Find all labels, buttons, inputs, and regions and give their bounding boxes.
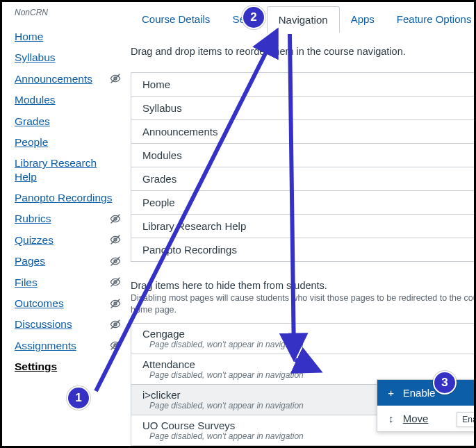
hidden-icon [110, 234, 121, 245]
nav-item-label: Modules [142, 149, 182, 161]
hidden-icon [110, 298, 121, 309]
tab-feature-options[interactable]: Feature Options [386, 6, 476, 33]
enable-option[interactable]: + Enable [377, 380, 476, 406]
enable-label: Enable [403, 387, 436, 399]
sidebar-link-label[interactable]: Syllabus [15, 51, 56, 64]
sidebar-link-label[interactable]: Assignments [15, 339, 76, 352]
sidebar-item-announcements[interactable]: Announcements [15, 69, 121, 90]
hidden-item-sub: Page disabled, won't appear in navigatio… [142, 431, 304, 441]
hide-instruction: Drag items here to hide them from studen… [131, 280, 476, 291]
course-sidebar: NonCRN HomeSyllabusAnnouncementsModulesG… [2, 2, 131, 446]
sidebar-item-outcomes[interactable]: Outcomes [15, 294, 121, 315]
move-icon: ↕ [386, 413, 396, 424]
sidebar-link-label[interactable]: Modules [15, 93, 56, 106]
enabled-navigation-list: HomeSyllabus⋮Announcements⋮Modules⋮Grade… [131, 72, 476, 262]
callout-3: 3 [433, 371, 457, 395]
course-label: NonCRN [15, 8, 121, 17]
nav-item[interactable]: People⋮ [131, 191, 476, 215]
hidden-nav-item[interactable]: CengagePage disabled, won't appear in na… [131, 324, 476, 354]
nav-item-label: Home [142, 78, 170, 90]
sidebar-link-label[interactable]: Outcomes [15, 297, 64, 310]
hidden-icon [110, 319, 121, 330]
sidebar-item-assignments[interactable]: Assignments [15, 336, 121, 357]
sidebar-item-rubrics[interactable]: Rubrics [15, 209, 121, 230]
hidden-icon [110, 276, 121, 288]
nav-item-label: Syllabus [142, 102, 182, 114]
sidebar-link-label[interactable]: Rubrics [15, 212, 51, 225]
nav-item[interactable]: Library Research Help⋮ [131, 215, 476, 238]
hidden-item-sub: Page disabled, won't appear in navigatio… [142, 401, 304, 410]
sidebar-item-files[interactable]: Files [15, 273, 121, 294]
plus-icon: + [386, 387, 396, 399]
sidebar-item-pages[interactable]: Pages [15, 251, 121, 272]
nav-item[interactable]: Grades⋮ [131, 167, 476, 191]
nav-item[interactable]: Home [131, 73, 476, 97]
sidebar-link-label[interactable]: Files [15, 276, 38, 289]
hidden-item-sub: Page disabled, won't appear in navigatio… [142, 370, 304, 380]
sidebar-item-discussions[interactable]: Discussions [15, 315, 121, 335]
hidden-item-label: i>clicker [142, 389, 304, 401]
tab-navigation[interactable]: Navigation [267, 6, 340, 33]
callout-2: 2 [242, 6, 265, 29]
sidebar-item-settings[interactable]: Settings [15, 357, 121, 378]
hidden-icon [110, 256, 121, 267]
nav-item-label: Panopto Recordings [142, 244, 237, 256]
settings-tabs: Course DetailsSectiNavigationAppsFeature… [131, 6, 476, 33]
sidebar-link-label[interactable]: Announcements [15, 72, 92, 85]
sidebar-item-people[interactable]: People [15, 133, 121, 154]
tab-course-details[interactable]: Course Details [131, 6, 221, 33]
hide-note: Disabling most pages will cause students… [131, 292, 476, 316]
sidebar-link-label[interactable]: Library Research Help [15, 156, 121, 183]
nav-item-label: Grades [142, 173, 177, 185]
sidebar-item-panopto-recordings[interactable]: Panopto Recordings [15, 188, 121, 209]
sidebar-item-quizzes[interactable]: Quizzes [15, 231, 121, 251]
nav-item[interactable]: Modules⋮ [131, 144, 476, 167]
sidebar-item-syllabus[interactable]: Syllabus [15, 48, 121, 69]
hidden-item-label: UO Course Surveys [142, 420, 304, 431]
hidden-icon [110, 213, 121, 224]
tab-apps[interactable]: Apps [340, 6, 386, 33]
sidebar-link-label[interactable]: Quizzes [15, 233, 54, 247]
nav-item[interactable]: Panopto Recordings⋮ [131, 238, 476, 261]
hidden-item-label: Cengage [142, 328, 304, 340]
nav-item-label: Library Research Help [142, 220, 246, 232]
enable-tooltip: Enable this item [457, 412, 476, 427]
settings-main: Course DetailsSectiNavigationAppsFeature… [131, 2, 476, 446]
sidebar-link-label[interactable]: Discussions [15, 317, 72, 331]
sidebar-link-label[interactable]: People [15, 135, 48, 149]
hidden-item-sub: Page disabled, won't appear in navigatio… [142, 340, 304, 349]
sidebar-link-label[interactable]: Home [15, 30, 43, 43]
move-label: Move [403, 413, 429, 424]
sidebar-link-label[interactable]: Grades [15, 115, 50, 128]
sidebar-item-home[interactable]: Home [15, 27, 121, 48]
sidebar-link-label[interactable]: Settings [15, 360, 57, 373]
nav-item[interactable]: Announcements⋮ [131, 120, 476, 144]
hidden-icon [110, 340, 121, 351]
sidebar-item-grades[interactable]: Grades [15, 112, 121, 133]
nav-instructions: Drag and drop items to reorder them in t… [131, 46, 476, 57]
sidebar-item-modules[interactable]: Modules [15, 90, 121, 111]
hidden-icon [110, 73, 121, 84]
sidebar-link-label[interactable]: Panopto Recordings [15, 191, 112, 204]
hidden-item-label: Attendance [142, 358, 304, 370]
nav-item[interactable]: Syllabus⋮ [131, 97, 476, 120]
sidebar-link-label[interactable]: Pages [15, 254, 45, 267]
nav-item-label: Announcements [142, 126, 218, 138]
sidebar-item-library-research-help[interactable]: Library Research Help [15, 154, 121, 188]
nav-item-label: People [142, 197, 175, 208]
callout-1: 1 [67, 386, 90, 410]
